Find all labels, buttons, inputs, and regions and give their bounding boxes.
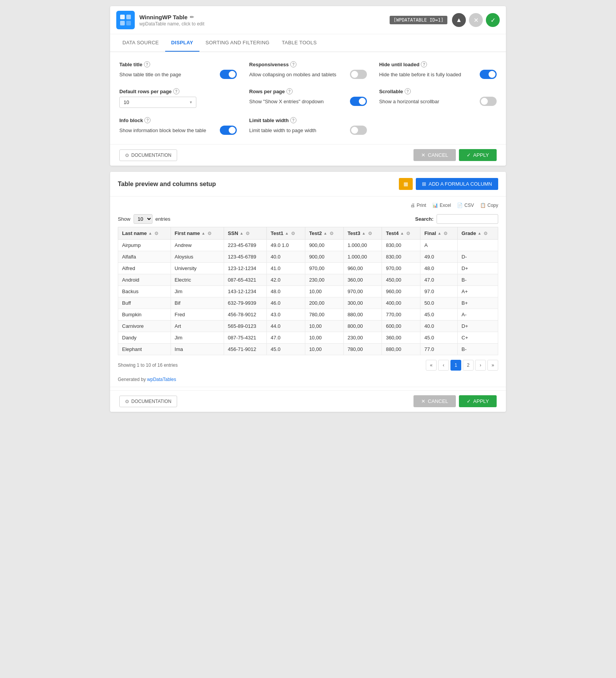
table-cell: Andrew <box>171 240 224 251</box>
table-cell: 45.0 <box>267 344 305 355</box>
default-rows-help[interactable]: ? <box>173 88 179 94</box>
page-2-button[interactable]: 2 <box>463 360 474 371</box>
tab-display[interactable]: DISPLAY <box>165 34 199 52</box>
table-title-help[interactable]: ? <box>144 61 150 67</box>
setting-limit-table-width: Limit table width ? Limit table width to… <box>249 117 367 135</box>
column-settings-button[interactable]: ⚙ <box>484 231 488 236</box>
preview-action-buttons: ✕ CANCEL ✓ APPLY <box>413 395 497 407</box>
svg-rect-0 <box>120 15 125 19</box>
info-block-help[interactable]: ? <box>144 117 151 123</box>
table-row: AndroidElectric087-65-432142.0230,00360,… <box>118 274 498 286</box>
hide-until-loaded-help[interactable]: ? <box>421 61 427 67</box>
hide-until-loaded-toggle[interactable] <box>480 70 497 79</box>
table-cell: 360,00 <box>343 274 382 286</box>
table-cell: 40.0 <box>267 251 305 263</box>
table-cell: 77.0 <box>420 344 458 355</box>
apply-button-top[interactable]: ✓ APPLY <box>459 149 497 161</box>
cancel-button-bottom[interactable]: ✕ CANCEL <box>413 395 456 407</box>
collapse-button[interactable]: ▲ <box>452 13 466 27</box>
column-settings-button[interactable]: ⚙ <box>444 231 448 236</box>
table-cell: Carnivore <box>118 321 171 332</box>
title-area: WinningWP Table ✏ wpDataTable name, clic… <box>139 14 385 27</box>
cancel-button-top[interactable]: ✕ CANCEL <box>413 149 456 161</box>
close-button[interactable]: ✕ <box>469 13 483 27</box>
formula-icon: ⊞ <box>422 181 426 187</box>
wpdatatables-link[interactable]: wpDataTables <box>147 377 176 382</box>
column-settings-button[interactable]: ⚙ <box>368 231 372 236</box>
apply-button-bottom[interactable]: ✓ APPLY <box>459 395 497 407</box>
data-table: Last name ▲ ⚙ First name ▲ ⚙ SSN ▲ ⚙ Tes… <box>118 227 498 355</box>
column-settings-button[interactable]: ⚙ <box>330 231 334 236</box>
dropdown-arrow-icon: ▾ <box>190 100 192 105</box>
tab-tools[interactable]: TABLE TOOLS <box>276 34 323 52</box>
info-block-toggle[interactable] <box>220 126 237 135</box>
table-cell: 143-12-1234 <box>224 286 266 297</box>
table-cell: 456-71-9012 <box>224 344 266 355</box>
limit-table-width-help[interactable]: ? <box>290 117 296 123</box>
rows-per-page-help[interactable]: ? <box>286 88 293 94</box>
scrollable-toggle[interactable] <box>480 97 497 106</box>
add-formula-column-button[interactable]: ⊞ ADD A FORMULA COLUMN <box>416 178 498 190</box>
table-row: CarnivoreArt565-89-012344.010,00800,0060… <box>118 321 498 332</box>
table-cell: 40.0 <box>420 321 458 332</box>
settings-grid: Table title ? Show table title on the pa… <box>119 61 497 135</box>
search-input[interactable] <box>437 214 498 224</box>
preview-footer: ⊙ DOCUMENTATION ✕ CANCEL ✓ APPLY <box>110 390 506 412</box>
setting-table-title: Table title ? Show table title on the pa… <box>119 61 237 79</box>
table-cell: B- <box>457 274 498 286</box>
scrollable-label: Scrollable <box>379 89 403 94</box>
table-cell: 900,00 <box>305 240 343 251</box>
tab-data-source[interactable]: DATA SOURCE <box>116 34 165 52</box>
preview-actions: ▦ ⊞ ADD A FORMULA COLUMN <box>399 178 498 190</box>
column-settings-button[interactable]: ⚙ <box>291 231 295 236</box>
column-settings-button[interactable]: ⚙ <box>208 231 212 236</box>
column-settings-button[interactable]: ⚙ <box>406 231 410 236</box>
entries-select[interactable]: 10 25 50 <box>134 214 152 224</box>
entries-label: entries <box>156 216 171 222</box>
table-cell: 1.000,00 <box>343 251 382 263</box>
excel-button[interactable]: 📊 Excel <box>432 203 451 208</box>
table-title-label: Table title <box>119 62 142 67</box>
table-cell: University <box>171 263 224 274</box>
search-label: Search: <box>415 216 434 222</box>
scrollable-help[interactable]: ? <box>405 88 411 94</box>
last-page-button[interactable]: » <box>487 360 498 371</box>
column-settings-button[interactable]: ⚙ <box>154 231 159 236</box>
table-cell: 632-79-9939 <box>224 297 266 309</box>
documentation-button-top[interactable]: ⊙ DOCUMENTATION <box>119 149 177 161</box>
column-header-test1: Test1 ▲ ⚙ <box>267 227 305 240</box>
confirm-button[interactable]: ✓ <box>486 13 500 27</box>
table-cell: A <box>420 240 458 251</box>
edit-icon[interactable]: ✏ <box>190 14 194 20</box>
print-button[interactable]: 🖨 Print <box>410 203 426 208</box>
column-settings-button[interactable]: ⚙ <box>246 231 250 236</box>
table-cell: Art <box>171 321 224 332</box>
next-page-button[interactable]: › <box>475 360 486 371</box>
table-cell <box>457 240 498 251</box>
default-rows-dropdown[interactable]: 10 ▾ <box>119 97 196 108</box>
formula-label: ADD A FORMULA COLUMN <box>429 181 492 187</box>
table-cell: 47.0 <box>420 274 458 286</box>
page-1-button[interactable]: 1 <box>450 360 461 371</box>
prev-page-button[interactable]: ‹ <box>438 360 449 371</box>
table-title-toggle[interactable] <box>220 70 237 79</box>
csv-button[interactable]: 📄 CSV <box>457 203 474 208</box>
column-header-test2: Test2 ▲ ⚙ <box>305 227 343 240</box>
sort-icon: ▲ <box>285 231 289 235</box>
sort-icon: ▲ <box>477 231 481 235</box>
rows-per-page-toggle[interactable] <box>350 97 367 106</box>
first-page-button[interactable]: « <box>426 360 437 371</box>
table-title: WinningWP Table <box>139 14 187 20</box>
header-bar: WinningWP Table ✏ wpDataTable name, clic… <box>110 6 506 34</box>
responsiveness-toggle[interactable] <box>350 70 367 79</box>
limit-table-width-toggle[interactable] <box>350 126 367 135</box>
copy-button[interactable]: 📋 Copy <box>480 203 498 208</box>
generated-by: Generated by wpDataTables <box>110 375 506 387</box>
header-actions: ▲ ✕ ✓ <box>452 13 500 27</box>
setting-responsiveness: Responsiveness ? Allow collapsing on mob… <box>249 61 367 79</box>
responsiveness-help[interactable]: ? <box>290 61 296 67</box>
table-subtitle: wpDataTable name, click to edit <box>139 21 385 27</box>
grid-view-button[interactable]: ▦ <box>399 178 413 190</box>
tab-sorting[interactable]: SORTING AND FILTERING <box>199 34 276 52</box>
documentation-button-bottom[interactable]: ⊙ DOCUMENTATION <box>119 396 177 407</box>
